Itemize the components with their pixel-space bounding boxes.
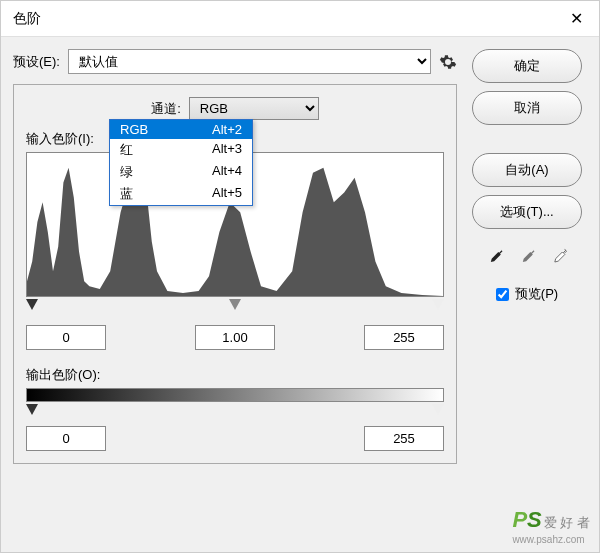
channel-row: 通道: RGB RGBAlt+2 红Alt+3 绿Alt+4 (26, 97, 444, 120)
input-white-field[interactable] (364, 325, 444, 350)
dialog-title: 色阶 (13, 10, 41, 28)
output-slider-track[interactable] (26, 402, 444, 418)
dropdown-item-green[interactable]: 绿Alt+4 (110, 161, 252, 183)
output-white-slider[interactable] (432, 404, 444, 415)
eyedropper-black-icon[interactable] (483, 245, 507, 269)
preset-row: 预设(E): 默认值 (13, 49, 457, 74)
titlebar: 色阶 ✕ (1, 1, 599, 37)
output-levels-label: 输出色阶(O): (26, 366, 444, 384)
input-mid-field[interactable] (195, 325, 275, 350)
eyedropper-white-icon[interactable] (547, 245, 571, 269)
content: 预设(E): 默认值 通道: RGB RGBAlt+2 (1, 37, 599, 476)
output-values-row (26, 426, 444, 451)
input-slider-track[interactable] (26, 299, 444, 317)
channel-label: 通道: (151, 100, 181, 118)
white-point-slider[interactable] (432, 299, 444, 310)
eyedropper-gray-icon[interactable] (515, 245, 539, 269)
preview-row: 预览(P) (496, 285, 558, 303)
dropdown-item-blue[interactable]: 蓝Alt+5 (110, 183, 252, 205)
preset-select[interactable]: 默认值 (68, 49, 431, 74)
close-icon[interactable]: ✕ (566, 9, 587, 28)
options-button[interactable]: 选项(T)... (472, 195, 582, 229)
preset-label: 预设(E): (13, 53, 60, 71)
levels-dialog: 色阶 ✕ 预设(E): 默认值 通道: RGB (0, 0, 600, 553)
eyedroppers (483, 245, 571, 269)
gray-point-slider[interactable] (229, 299, 241, 310)
dropdown-item-red[interactable]: 红Alt+3 (110, 139, 252, 161)
left-panel: 预设(E): 默认值 通道: RGB RGBAlt+2 (13, 49, 457, 464)
auto-button[interactable]: 自动(A) (472, 153, 582, 187)
input-black-field[interactable] (26, 325, 106, 350)
dropdown-item-rgb[interactable]: RGBAlt+2 (110, 120, 252, 139)
preview-checkbox[interactable] (496, 288, 509, 301)
channel-dropdown: RGBAlt+2 红Alt+3 绿Alt+4 蓝Alt+5 (109, 119, 253, 206)
channel-select[interactable]: RGB (189, 97, 319, 120)
gear-icon[interactable] (439, 53, 457, 71)
levels-panel: 通道: RGB RGBAlt+2 红Alt+3 绿Alt+4 (13, 84, 457, 464)
output-gradient (26, 388, 444, 402)
ok-button[interactable]: 确定 (472, 49, 582, 83)
output-black-field[interactable] (26, 426, 106, 451)
preview-label: 预览(P) (515, 285, 558, 303)
black-point-slider[interactable] (26, 299, 38, 310)
input-values-row (26, 325, 444, 350)
output-white-field[interactable] (364, 426, 444, 451)
watermark: PS爱 好 者 www.psahz.com (512, 507, 590, 545)
output-black-slider[interactable] (26, 404, 38, 415)
cancel-button[interactable]: 取消 (472, 91, 582, 125)
right-panel: 确定 取消 自动(A) 选项(T)... 预览(P) (467, 49, 587, 464)
